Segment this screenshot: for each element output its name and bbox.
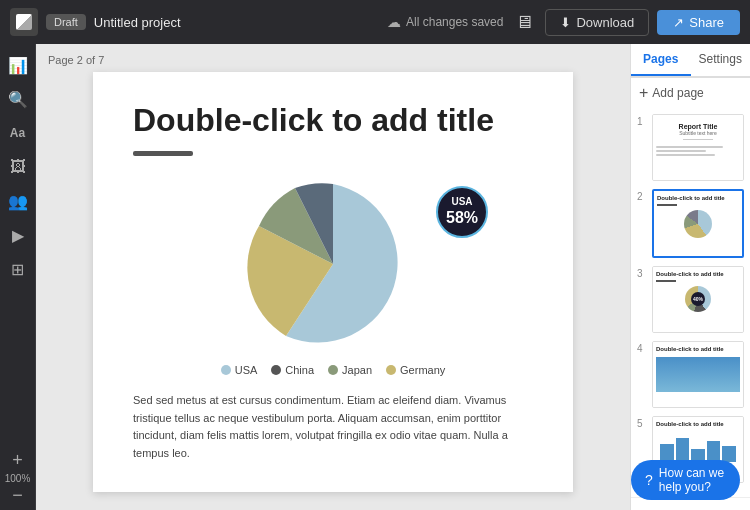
thumb-bar-3 [656,280,676,282]
thumb-pie-2 [684,210,712,238]
thumb-line [656,154,715,156]
body-text: Sed sed metus at est cursus condimentum.… [133,392,533,462]
page-item-4: 4 Double-click to add title [637,341,744,408]
zoom-out-button[interactable]: − [12,486,23,504]
title-underline [133,151,193,156]
thumb-page-title-5: Double-click to add title [656,421,740,427]
thumb-inner-4: Double-click to add title [653,342,743,407]
sidebar-item-text[interactable]: Aa [3,118,33,148]
thumb-bar-2 [676,438,690,462]
download-icon: ⬇ [560,15,571,30]
sidebar-item-apps[interactable]: ⊞ [3,254,33,284]
sidebar-item-people[interactable]: 👥 [3,186,33,216]
page-num-1: 1 [637,114,647,127]
thumb-line [656,146,723,148]
legend-label-japan: Japan [342,364,372,376]
autosave-text: All changes saved [406,15,503,29]
right-panel: Pages Settings + Add page 1 Report Title… [630,44,750,510]
zoom-controls: + 100% − [5,451,31,510]
pie-chart-wrapper: USA 58% [233,174,433,354]
desktop-icon[interactable]: 🖥 [515,12,533,33]
page-thumb-2[interactable]: Double-click to add title [652,189,744,258]
add-page-label: Add page [652,86,703,100]
tab-pages[interactable]: Pages [631,44,691,76]
left-sidebar: 📊 🔍 Aa 🖼 👥 ▶ ⊞ + 100% − [0,44,36,510]
sidebar-item-search[interactable]: 🔍 [3,84,33,114]
thumb-bar-2 [657,204,677,206]
legend-item-china: China [271,364,314,376]
legend-dot-japan [328,365,338,375]
page-num-3: 3 [637,266,647,279]
thumb-bar-chart-5 [656,432,740,462]
thumb-inner-1: Report Title Subtitle text here [653,115,743,180]
thumb-page-title-4: Double-click to add title [656,346,740,352]
thumb-photo-4 [656,357,740,392]
thumb-divider-1 [683,139,713,140]
autosave-status: ☁ All changes saved [387,14,503,30]
page-item-2: 2 Double-click to add title [637,189,744,258]
thumb-page-title-2: Double-click to add title [657,195,739,201]
canvas-page[interactable]: Double-click to add title [93,72,573,492]
share-icon: ↗ [673,15,684,30]
legend-item-germany: Germany [386,364,445,376]
help-container: ? How can we help you? [631,497,750,510]
sidebar-item-analytics[interactable]: 📊 [3,50,33,80]
zoom-level: 100% [5,473,31,484]
page-thumb-1[interactable]: Report Title Subtitle text here [652,114,744,181]
page-indicator: Page 2 of 7 [48,54,104,66]
main-layout: 📊 🔍 Aa 🖼 👥 ▶ ⊞ + 100% − Page 2 of 7 Doub… [0,44,750,510]
cloud-icon: ☁ [387,14,401,30]
thumb-bar-4 [707,441,721,462]
thumb-pie-badge-3: 40% [691,292,705,306]
topbar: Draft Untitled project ☁ All changes sav… [0,0,750,44]
thumb-pie-3: 40% [685,286,711,312]
panel-tabs: Pages Settings [631,44,750,77]
legend-dot-china [271,365,281,375]
page-item-1: 1 Report Title Subtitle text here [637,114,744,181]
usa-percentage: 58% [446,208,478,227]
thumb-inner-3: Double-click to add title 40% [653,267,743,332]
zoom-in-button[interactable]: + [12,451,23,469]
page-thumb-4[interactable]: Double-click to add title [652,341,744,408]
legend-dot-usa [221,365,231,375]
thumb-inner-2: Double-click to add title [654,191,742,256]
thumb-lines-1 [656,146,740,158]
thumb-page-title-3: Double-click to add title [656,271,740,277]
legend-item-usa: USA [221,364,258,376]
page-title-placeholder[interactable]: Double-click to add title [133,102,533,139]
pie-chart-svg [233,174,433,354]
page-num-5: 5 [637,416,647,429]
legend-label-china: China [285,364,314,376]
logo-icon [16,14,32,30]
usa-country-label: USA [451,196,472,208]
chart-legend: USA China Japan Germany [221,364,446,376]
add-page-button[interactable]: + Add page [631,77,750,108]
page-item-3: 3 Double-click to add title 40% [637,266,744,333]
tab-settings[interactable]: Settings [691,44,751,76]
help-icon: ? [645,472,653,488]
thumb-title-1: Report Title [656,123,740,130]
sidebar-item-image[interactable]: 🖼 [3,152,33,182]
pages-list: 1 Report Title Subtitle text here [631,108,750,497]
page-thumb-3[interactable]: Double-click to add title 40% [652,266,744,333]
page-num-4: 4 [637,341,647,354]
legend-dot-germany [386,365,396,375]
project-title[interactable]: Untitled project [94,15,181,30]
add-page-plus-icon: + [639,84,648,102]
legend-label-usa: USA [235,364,258,376]
help-button[interactable]: ? How can we help you? [631,460,740,500]
logo[interactable] [10,8,38,36]
download-button[interactable]: ⬇ Download [545,9,649,36]
canvas-area: Page 2 of 7 Double-click to add title [36,44,630,510]
share-button[interactable]: ↗ Share [657,10,740,35]
usa-tooltip: USA 58% [436,186,488,238]
legend-item-japan: Japan [328,364,372,376]
legend-label-germany: Germany [400,364,445,376]
page-num-2: 2 [637,189,647,202]
chart-area: USA 58% USA China Japan [133,174,533,376]
help-label: How can we help you? [659,466,726,494]
thumb-subtitle-1: Subtitle text here [656,130,740,136]
draft-badge[interactable]: Draft [46,14,86,30]
sidebar-item-video[interactable]: ▶ [3,220,33,250]
thumb-line [656,150,706,152]
